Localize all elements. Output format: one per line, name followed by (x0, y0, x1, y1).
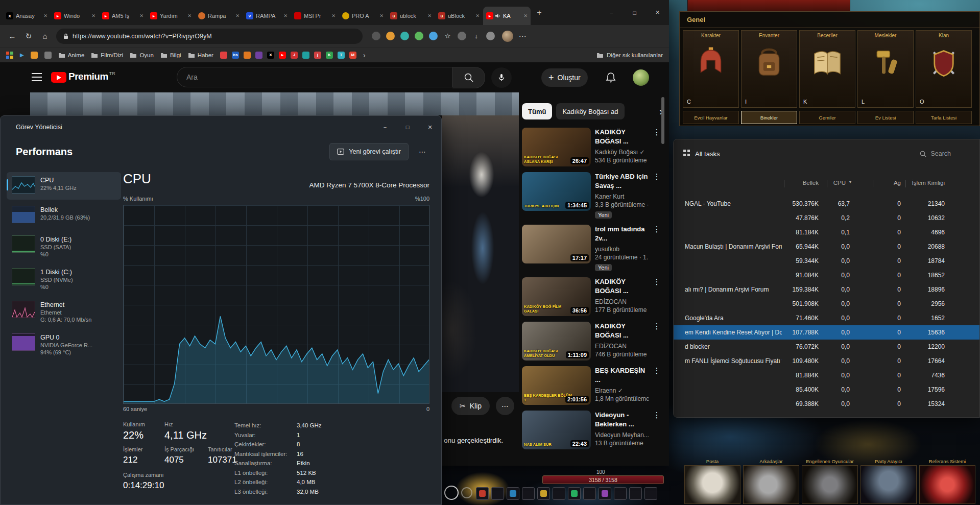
game-subtab-evcil-hayvanlar[interactable]: Evcil Hayvanlar (683, 111, 739, 124)
more-options-icon[interactable]: ⋯ (414, 143, 431, 160)
refresh-icon[interactable]: ↻ (21, 29, 36, 43)
video-thumbnail[interactable]: NAS ALIM SUR22:43 (522, 411, 591, 449)
quickbar-slot[interactable] (629, 487, 642, 500)
minimize-button[interactable]: − (374, 116, 396, 138)
sidebar-item-cpu[interactable]: CPU22% 4,11 GHz (7, 172, 121, 200)
bookmark-favicon[interactable]: X (267, 52, 274, 59)
process-row[interactable]: d blocker76.072K0,0012200 (674, 340, 979, 354)
game-tab-karakter[interactable]: KarakterC (683, 30, 739, 108)
video-thumbnail[interactable]: TÜRKİYE ABD İÇİN1:34:45 (522, 172, 591, 211)
bookmark-folder[interactable]: Anime (58, 52, 85, 58)
tab-close-icon[interactable]: ✕ (235, 13, 240, 18)
extensions-puzzle-icon[interactable] (486, 32, 495, 40)
page-scrollbar[interactable] (661, 96, 665, 462)
game-subtab-gemiler[interactable]: Gemiler (799, 111, 855, 124)
video-thumbnail[interactable]: KADIKÖY BOĞASI AMELİYAT OLDU1:11:09 (522, 322, 591, 360)
hud-circle-button[interactable] (444, 486, 459, 500)
process-row[interactable]: 81.184K0,104696 (674, 225, 979, 239)
column-header-memory[interactable]: Bellek (803, 180, 819, 186)
game-bottom-posta[interactable]: Posta (684, 458, 740, 505)
sidebar-item-gpu-0[interactable]: GPU 0NVIDIA GeForce R...94% (69 °C) (7, 329, 121, 360)
process-row[interactable]: Macun Bulaştı | Donanım Arşivi Forum65.9… (674, 239, 979, 254)
tab-close-icon[interactable]: ✕ (139, 13, 144, 18)
bookmark-favicon[interactable] (44, 52, 52, 59)
tab-audio-icon[interactable] (495, 13, 500, 18)
video-player-right-strip[interactable] (442, 115, 519, 392)
scrollbar-thumb[interactable] (661, 97, 664, 144)
collections-icon[interactable] (458, 32, 466, 40)
related-video-item[interactable]: KADIKÖY BOĞASI ASLANA KARŞI26:47KADIKÖY … (522, 128, 661, 166)
tab-close-icon[interactable]: ✕ (523, 13, 528, 18)
notifications-bell-icon[interactable] (605, 71, 616, 86)
process-row[interactable]: 501.908K0,002956 (674, 297, 979, 311)
column-header-cpu[interactable]: CPU (833, 180, 846, 186)
other-favorites[interactable]: Diğer sık kullanılanlar (596, 52, 663, 58)
bookmark-favicon[interactable]: bs (232, 52, 239, 59)
browser-tab[interactable]: ▸AM5 İş✕ (99, 7, 147, 25)
kebab-menu-icon[interactable]: ⋮ (653, 366, 661, 405)
close-button[interactable]: ✕ (646, 0, 669, 25)
tab-close-icon[interactable]: ✕ (427, 13, 432, 18)
browser-tab[interactable]: PRO A✕ (339, 7, 387, 25)
split-screen-icon[interactable] (372, 32, 380, 40)
favorites-star-icon[interactable]: ☆ (443, 32, 452, 40)
app-grid-icon[interactable] (6, 52, 13, 59)
search-input[interactable] (185, 73, 444, 82)
bookmark-favicon[interactable]: j (314, 52, 321, 59)
voice-search-icon[interactable] (491, 67, 512, 88)
video-thumbnail[interactable]: KADIKÖY BOĞASI ASLANA KARŞI26:47 (522, 128, 591, 166)
browser-tab[interactable]: ▸Yardım✕ (147, 7, 195, 25)
process-row[interactable]: Google'da Ara71.460K0,001652 (674, 311, 979, 325)
browser-tab[interactable]: ▸KA✕ (483, 7, 531, 25)
address-bar[interactable]: https://www.youtube.com/watch?v=PRivpyrO… (56, 29, 363, 44)
search-button[interactable] (452, 67, 485, 88)
filter-chip[interactable]: Kadıköy Boğası ad (556, 103, 624, 119)
process-row[interactable]: em Kendi Kendine Reset Atıyor | Donanım1… (674, 325, 979, 340)
browser-tab[interactable]: ▸Windo✕ (51, 7, 99, 25)
kebab-menu-icon[interactable]: ⋮ (653, 172, 661, 219)
chips-scroll-chevron-icon[interactable]: › (644, 104, 663, 118)
quickbar-slot[interactable] (644, 487, 657, 500)
close-button[interactable]: ✕ (419, 116, 441, 138)
quickbar-slot[interactable] (491, 487, 504, 500)
kebab-menu-icon[interactable]: ⋮ (653, 411, 661, 449)
downloads-icon[interactable]: ↓ (472, 32, 481, 40)
video-thumbnail[interactable]: KADIKÖY BOĞ FİLM GALASI36:56 (522, 277, 591, 316)
sidebar-item-1-diski-c-[interactable]: 1 Diski (C:)SSD (NVMe)%0 (7, 264, 121, 295)
back-icon[interactable]: ← (5, 29, 19, 43)
more-actions-button[interactable]: ⋯ (496, 397, 514, 415)
bookmark-favicon[interactable] (244, 52, 251, 59)
process-row[interactable]: NGAL - YouTube530.376K63,7021340 (674, 197, 979, 211)
hud-circle-button-small[interactable] (461, 487, 472, 498)
bookmark-folder[interactable]: Haber (188, 52, 213, 58)
game-tab-meslekler[interactable]: MesleklerL (857, 30, 914, 108)
process-row[interactable]: 47.876K0,2010632 (674, 211, 979, 225)
bookmarks-overflow-icon[interactable]: › (363, 51, 366, 59)
related-video-item[interactable]: KADIKÖY BOĞASI AMELİYAT OLDU1:11:09KADIK… (522, 322, 661, 360)
quickbar-slot[interactable] (507, 487, 519, 500)
filter-chip[interactable]: Tümü (522, 103, 552, 119)
kebab-menu-icon[interactable]: ⋮ (653, 322, 661, 360)
bookmark-favicon[interactable] (255, 52, 262, 59)
game-subtab-ev-listesi[interactable]: Ev Listesi (857, 111, 914, 124)
tab-close-icon[interactable]: ✕ (379, 13, 384, 18)
game-bottom-party-aray-c-[interactable]: Party Arayıcı (861, 458, 917, 505)
game-subtab-tarla-listesi[interactable]: Tarla Listesi (916, 111, 972, 124)
game-bottom-engellenen-oyuncular[interactable]: Engellenen Oyuncular (802, 458, 858, 505)
create-button[interactable]: + Oluştur (541, 68, 588, 87)
browser-tab[interactable]: uublock✕ (387, 7, 435, 25)
kebab-menu-icon[interactable]: ⋮ (653, 128, 661, 166)
related-video-item[interactable]: NAS ALIM SUR22:43Videoyun - Beklerken ..… (522, 411, 661, 449)
related-video-item[interactable]: BEŞ KARDEŞLER BÖLÜM 12:01:56BEŞ KARDEŞİN… (522, 366, 661, 405)
game-tab-klan[interactable]: KlanO (916, 30, 972, 108)
column-header-pid[interactable]: İşlem Kimliği (912, 180, 945, 186)
process-row[interactable]: m FANLI İşlemci Soğutucusu Fiyatı ve Öze… (674, 354, 979, 368)
tab-close-icon[interactable]: ✕ (475, 13, 480, 18)
game-tab-beceriler[interactable]: BecerilerK (799, 30, 855, 108)
related-video-item[interactable]: TÜRKİYE ABD İÇİN1:34:45Türkiye ABD için … (522, 172, 661, 219)
tab-close-icon[interactable]: ✕ (283, 13, 288, 18)
game-bottom-arkada-lar[interactable]: Arkadaşlar (743, 458, 799, 505)
sidebar-item-ethernet[interactable]: EthernetEthernetG: 0,6 A: 70,0 Mb/sn (7, 297, 121, 327)
process-row[interactable]: alı mı? | Donanım Arşivi Forum159.384K0,… (674, 282, 979, 297)
quickbar-slot[interactable] (522, 487, 535, 500)
